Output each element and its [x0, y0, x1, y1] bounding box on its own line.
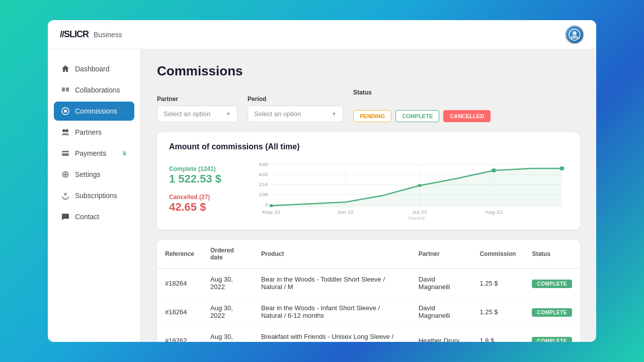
partner-filter-group: Partner Select an option ▼ [157, 96, 237, 122]
sidebar-item-subscriptions[interactable]: Subscriptions [54, 186, 134, 205]
settings-icon [61, 170, 70, 179]
status-filter-label: Status [353, 89, 491, 96]
sidebar-item-settings[interactable]: Settings [54, 165, 134, 184]
sidebar-label-dashboard: Dashboard [75, 65, 110, 73]
cell-reference: #18264 [157, 298, 202, 326]
svg-rect-2 [62, 87, 65, 92]
cell-partner: David Magnanelli [411, 268, 472, 298]
period-filter-group: Period Select an option ▼ [248, 96, 343, 122]
cell-commission: 1.25 $ [471, 268, 524, 298]
cell-date: Aug 30, 2022 [202, 298, 253, 326]
sidebar-item-collaborations[interactable]: Collaborations [54, 80, 134, 100]
svg-point-25 [269, 204, 273, 207]
topbar: //SLICR Business [48, 20, 596, 49]
table-row: #18262 Aug 30, 2022 Breakfast with Frien… [157, 326, 580, 342]
page-title: Commissions [157, 63, 580, 79]
commissions-icon [61, 107, 70, 116]
svg-point-7 [65, 129, 68, 132]
home-icon [61, 64, 70, 73]
col-product: Product [253, 240, 411, 268]
svg-rect-3 [66, 87, 69, 92]
period-filter-label: Period [248, 96, 343, 103]
payments-icon [61, 149, 70, 158]
partner-select[interactable]: Select an option ▼ [157, 106, 237, 122]
status-btn-cancelled[interactable]: CANCELLED [443, 110, 491, 122]
sidebar-item-payments[interactable]: Payments ♛ [54, 144, 134, 163]
period-select-arrow: ▼ [332, 111, 337, 117]
complete-label: Complete (1241) [169, 165, 234, 172]
table: Reference Ordered date Product Partner C… [157, 240, 580, 342]
chart-stats: Complete (1241) 1 522.53 $ Cancelled (27… [169, 165, 234, 214]
svg-point-1 [573, 31, 577, 35]
status-filter-group: Status PENDING COMPLETE CANCELLED [353, 89, 491, 122]
cell-reference: #18264 [157, 268, 202, 298]
svg-point-5 [64, 110, 67, 113]
main-container: //SLICR Business Dashboard [48, 20, 596, 342]
avatar[interactable] [565, 25, 584, 44]
svg-text:216: 216 [259, 182, 269, 187]
status-badge: COMPLETE [532, 308, 572, 317]
period-select[interactable]: Select an option ▼ [248, 106, 343, 122]
col-commission: Commission [471, 240, 524, 268]
body-layout: Dashboard Collaborations [48, 49, 596, 342]
svg-point-26 [418, 184, 421, 187]
status-btn-complete[interactable]: COMPLETE [395, 110, 439, 122]
commissions-chart: 540 432 216 108 0 [247, 159, 568, 220]
sidebar-item-partners[interactable]: Partners [54, 123, 134, 142]
svg-text:Jul 22: Jul 22 [412, 210, 427, 215]
payments-badge: ♛ [122, 150, 127, 157]
partners-icon [61, 128, 70, 137]
partner-filter-label: Partner [157, 96, 237, 103]
sidebar-label-contact: Contact [75, 213, 99, 221]
cancelled-label: Cancelled (27) [169, 194, 234, 201]
sidebar-item-dashboard[interactable]: Dashboard [54, 59, 134, 78]
svg-point-10 [64, 173, 66, 175]
chart-card: Amount of commissions (All time) Complet… [157, 132, 580, 230]
cell-product: Bear in the Woods - Infant Short Sleeve … [253, 298, 411, 326]
svg-text:108: 108 [259, 192, 269, 197]
cell-commission: 1.8 $ [471, 326, 524, 342]
complete-value: 1 522.53 $ [169, 172, 234, 186]
svg-text:540: 540 [259, 162, 269, 167]
partner-select-arrow: ▼ [226, 111, 231, 117]
table-body: #18264 Aug 30, 2022 Bear in the Woods - … [157, 268, 580, 342]
sidebar-label-commissions: Commissions [75, 107, 117, 115]
table-row: #18264 Aug 30, 2022 Bear in the Woods - … [157, 298, 580, 326]
contact-icon [61, 212, 70, 221]
cancelled-value: 42.65 $ [169, 201, 234, 214]
filter-row: Partner Select an option ▼ Period Select… [157, 89, 580, 122]
col-status: Status [524, 240, 580, 268]
svg-text:0: 0 [265, 202, 269, 207]
sidebar-label-payments: Payments [75, 149, 106, 157]
svg-text:Period: Period [409, 216, 425, 220]
cell-product: Breakfast with Friends - Unisex Long Sle… [253, 326, 411, 342]
col-partner: Partner [411, 240, 472, 268]
table-header: Reference Ordered date Product Partner C… [157, 240, 580, 268]
svg-point-27 [492, 168, 497, 172]
cell-date: Aug 30, 2022 [202, 326, 253, 342]
status-badge: COMPLETE [532, 337, 572, 342]
table-row: #18264 Aug 30, 2022 Bear in the Woods - … [157, 268, 580, 298]
status-badge: COMPLETE [532, 280, 572, 288]
svg-text:432: 432 [259, 172, 269, 177]
sidebar: Dashboard Collaborations [48, 49, 141, 342]
cell-status: COMPLETE [524, 298, 580, 326]
cancelled-stat: Cancelled (27) 42.65 $ [169, 194, 234, 214]
chart-title: Amount of commissions (All time) [169, 142, 568, 151]
cell-status: COMPLETE [524, 326, 580, 342]
svg-text:Aug 22: Aug 22 [485, 210, 503, 215]
svg-point-6 [62, 129, 65, 132]
sidebar-label-collaborations: Collaborations [75, 86, 120, 94]
sidebar-item-commissions[interactable]: Commissions [54, 102, 134, 121]
sidebar-item-contact[interactable]: Contact [54, 207, 134, 226]
svg-rect-9 [62, 152, 69, 153]
svg-text:May 22: May 22 [262, 210, 281, 215]
main-content: Commissions Partner Select an option ▼ P… [141, 49, 596, 342]
chart-svg-container: 540 432 216 108 0 [247, 159, 568, 220]
cell-commission: 1.25 $ [471, 298, 524, 326]
commissions-table: Reference Ordered date Product Partner C… [157, 240, 580, 342]
col-reference: Reference [157, 240, 202, 268]
sidebar-label-settings: Settings [75, 170, 101, 178]
status-btn-pending[interactable]: PENDING [353, 110, 391, 122]
collaborations-icon [61, 85, 70, 95]
